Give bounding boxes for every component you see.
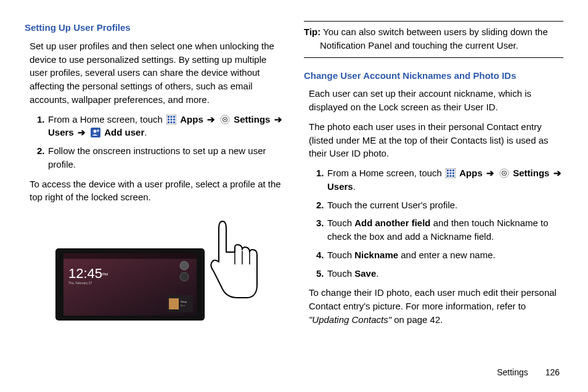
apps-grid-icon: [166, 115, 176, 125]
tip-box: Tip: You can also switch between users b…: [304, 21, 563, 58]
step-num: 1.: [37, 113, 45, 126]
step-bold: Add another field: [354, 218, 430, 228]
nickname-p1: Each user can set up their account nickn…: [304, 87, 563, 114]
svg-rect-1: [168, 116, 169, 118]
step-bold: Nickname: [354, 250, 398, 260]
tip-text: You can also switch between users by sli…: [320, 27, 548, 51]
page-footer: Settings 126: [497, 366, 560, 378]
apps-label: Apps: [180, 114, 203, 125]
step-text: Follow the onscreen instructions to set …: [48, 145, 266, 169]
step-4: 4. Touch Nickname and enter a new name.: [316, 248, 563, 262]
svg-rect-6: [173, 118, 175, 120]
arrow-icon: ➔: [273, 114, 284, 125]
settings-gear-icon: [499, 168, 509, 178]
svg-rect-41: [452, 175, 454, 177]
tip-label: Tip:: [304, 27, 321, 37]
settings-gear-icon: [220, 115, 230, 125]
svg-rect-33: [447, 169, 449, 171]
step-1: 1. From a Home screen, touch Apps ➔ Sett…: [37, 113, 284, 140]
svg-text:Music: Music: [181, 304, 186, 307]
section-heading-nicknames: Change User Account Nicknames and Photo …: [304, 69, 563, 83]
hand-pointer-illustration: [211, 221, 257, 298]
svg-rect-26: [169, 298, 179, 309]
step-text: Touch the current User's profile.: [327, 200, 457, 210]
svg-rect-39: [447, 175, 449, 177]
footer-page-number: 126: [545, 366, 560, 378]
step-post: .: [353, 181, 356, 192]
svg-rect-4: [168, 118, 169, 120]
step-num: 5.: [316, 267, 324, 280]
footer-section: Settings: [497, 367, 528, 377]
svg-rect-5: [171, 118, 173, 120]
arrow-icon: ➔: [485, 168, 496, 178]
step-text-post: and enter a new name.: [398, 250, 496, 260]
svg-rect-2: [171, 116, 173, 118]
arrow-icon: ➔: [206, 114, 216, 125]
step-num: 2.: [316, 198, 324, 212]
step-2: 2. Touch the current User's profile.: [316, 198, 563, 212]
arrow-icon: ➔: [552, 168, 563, 178]
step-bold: Save: [354, 268, 376, 279]
svg-point-44: [504, 173, 505, 174]
step-text-pre: Touch: [327, 250, 354, 260]
svg-rect-8: [171, 121, 173, 123]
users-label: Users: [327, 181, 353, 192]
svg-text:Thu, February 27: Thu, February 27: [68, 281, 92, 285]
step-text-pre: From a Home screen, touch: [48, 114, 165, 125]
step-5: 5. Touch Save.: [316, 267, 563, 280]
arrow-icon: ➔: [76, 127, 87, 137]
step-text-post: .: [376, 268, 378, 279]
right-column: Tip: You can also switch between users b…: [304, 21, 563, 333]
nickname-p2: The photo each user uses in their person…: [304, 120, 563, 160]
svg-point-14: [94, 130, 97, 133]
step-num: 2.: [37, 144, 45, 158]
outro-post: on page 42.: [391, 314, 443, 325]
section-heading-profiles: Setting Up User Profiles: [25, 21, 284, 35]
svg-rect-40: [450, 175, 452, 177]
svg-rect-20: [63, 253, 197, 259]
apps-grid-icon: [446, 168, 455, 178]
outro-paragraph: To change their ID photo, each user much…: [304, 286, 563, 326]
step-2: 2. Follow the onscreen instructions to s…: [37, 144, 284, 171]
step-1: 1. From a Home screen, touch Apps ➔ Sett…: [316, 166, 563, 194]
intro-paragraph: Set up user profiles and then select one…: [25, 39, 284, 107]
svg-point-24: [180, 272, 189, 281]
svg-point-12: [224, 118, 226, 120]
svg-rect-9: [173, 121, 175, 123]
outro-pre: To change their ID photo, each user much…: [309, 287, 557, 311]
users-label: Users: [48, 127, 74, 137]
access-paragraph: To access the device with a user profile…: [25, 178, 284, 205]
step-post: .: [144, 127, 147, 137]
lockscreen-illustration: 12:45 PM Thu, February 27 Sleep Music: [25, 215, 284, 327]
settings-label: Settings: [234, 114, 270, 125]
svg-rect-35: [452, 169, 454, 171]
svg-rect-34: [450, 169, 452, 171]
steps-list-left: 1. From a Home screen, touch Apps ➔ Sett…: [25, 113, 284, 171]
svg-text:Sleep: Sleep: [181, 300, 187, 303]
step-num: 4.: [316, 248, 324, 262]
add-user-icon: [91, 128, 100, 137]
adduser-label: Add user: [104, 127, 144, 137]
svg-rect-36: [447, 173, 449, 174]
apps-label: Apps: [459, 168, 483, 178]
svg-text:PM: PM: [102, 272, 108, 276]
svg-point-23: [180, 261, 189, 270]
left-column: Setting Up User Profiles Set up user pro…: [25, 21, 284, 333]
svg-rect-37: [450, 173, 452, 174]
settings-label: Settings: [513, 168, 549, 178]
step-3: 3. Touch Add another field and then touc…: [316, 216, 563, 243]
svg-rect-3: [173, 116, 175, 118]
svg-rect-7: [168, 121, 169, 123]
steps-list-right: 1. From a Home screen, touch Apps ➔ Sett…: [304, 166, 563, 280]
clock-time: 12:45: [68, 266, 102, 281]
step-text-pre: Touch: [327, 268, 354, 279]
outro-ref: "Updating Contacts": [309, 314, 391, 325]
svg-rect-38: [452, 173, 454, 174]
step-text-pre: From a Home screen, touch: [327, 168, 444, 178]
step-text-pre: Touch: [327, 218, 354, 228]
step-num: 3.: [316, 216, 324, 230]
step-num: 1.: [316, 166, 324, 180]
